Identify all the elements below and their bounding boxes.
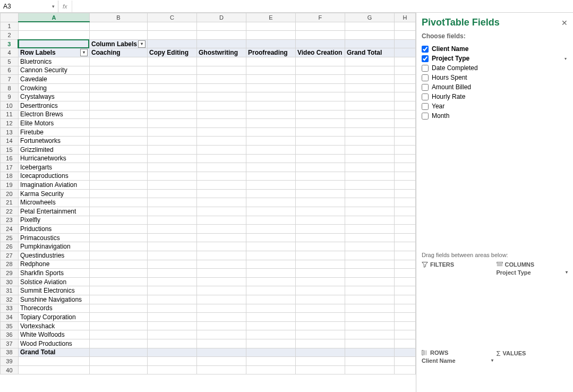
cell[interactable] (295, 295, 345, 304)
column-header-B[interactable]: B (89, 13, 147, 22)
cell[interactable] (147, 269, 196, 278)
name-box[interactable]: A3 ▾ (0, 1, 58, 12)
cell[interactable] (246, 75, 295, 84)
cell[interactable] (246, 39, 295, 48)
cell[interactable] (295, 198, 345, 207)
cell[interactable]: Ghostwriting (196, 48, 246, 57)
cell[interactable] (147, 83, 196, 92)
cell[interactable] (345, 181, 394, 190)
cell[interactable] (345, 110, 394, 119)
cell[interactable] (345, 365, 394, 374)
row-header-26[interactable]: 26 (1, 242, 19, 251)
cell[interactable] (345, 31, 394, 40)
field-item-year[interactable]: Year (422, 101, 568, 111)
filters-area[interactable]: FILTERS (422, 261, 493, 346)
cell[interactable]: Sharkfin Sports (18, 269, 89, 278)
cell[interactable]: Wood Productions (18, 339, 89, 348)
rows-area[interactable]: ROWS Client Name ▾ (422, 350, 493, 381)
row-header-34[interactable]: 34 (1, 313, 19, 322)
cell[interactable] (18, 31, 89, 40)
cell[interactable] (147, 348, 196, 357)
field-checkbox[interactable] (422, 84, 429, 91)
cell[interactable]: Hurricanetworks (18, 154, 89, 163)
row-header-3[interactable]: 3 (1, 39, 19, 48)
cell[interactable] (89, 119, 147, 128)
cell[interactable] (394, 269, 415, 278)
field-checkbox[interactable] (422, 93, 429, 100)
cell[interactable] (147, 172, 196, 181)
row-header-36[interactable]: 36 (1, 330, 19, 339)
cell[interactable] (246, 295, 295, 304)
cell[interactable] (394, 31, 415, 40)
cell[interactable] (147, 207, 196, 216)
cell[interactable] (196, 92, 246, 101)
cell[interactable] (147, 154, 196, 163)
cell[interactable]: Grand Total (345, 48, 394, 57)
cell[interactable] (246, 260, 295, 269)
cell[interactable] (18, 365, 89, 374)
cell[interactable] (345, 137, 394, 146)
cell[interactable] (345, 101, 394, 110)
cell[interactable]: Coaching (89, 48, 147, 57)
formula-input[interactable] (72, 1, 573, 12)
cell[interactable] (295, 304, 345, 313)
cell[interactable] (147, 57, 196, 66)
cell[interactable] (246, 216, 295, 225)
cell[interactable] (196, 127, 246, 137)
cell[interactable]: Firetube (18, 127, 89, 137)
cell[interactable] (295, 277, 345, 286)
cell[interactable] (147, 225, 196, 234)
cell[interactable] (394, 304, 415, 313)
cell[interactable] (89, 365, 147, 374)
cell[interactable] (394, 260, 415, 269)
cell[interactable] (89, 110, 147, 119)
cell[interactable] (345, 92, 394, 101)
cell[interactable]: Column Labels▾ (89, 39, 147, 48)
cell[interactable]: Crowking (18, 83, 89, 92)
cell[interactable] (246, 163, 295, 172)
cell[interactable] (147, 101, 196, 110)
row-header-33[interactable]: 33 (1, 304, 19, 313)
cell[interactable]: Fortunetworks (18, 137, 89, 146)
row-header-25[interactable]: 25 (1, 233, 19, 242)
cell[interactable] (89, 31, 147, 40)
cell[interactable] (394, 39, 415, 48)
cell[interactable] (394, 163, 415, 172)
cell[interactable] (246, 277, 295, 286)
cell[interactable] (246, 127, 295, 137)
row-header-37[interactable]: 37 (1, 339, 19, 348)
row-header-7[interactable]: 7 (1, 75, 19, 84)
chevron-down-icon[interactable]: ▾ (491, 358, 493, 363)
cell[interactable]: Microwheels (18, 198, 89, 207)
cell[interactable] (394, 198, 415, 207)
row-header-2[interactable]: 2 (1, 31, 19, 40)
cell[interactable]: Primacoustics (18, 233, 89, 242)
row-header-13[interactable]: 13 (1, 127, 19, 137)
cell[interactable] (246, 251, 295, 260)
row-header-5[interactable]: 5 (1, 57, 19, 66)
cell[interactable] (345, 154, 394, 163)
cell[interactable]: Cavedale (18, 75, 89, 84)
cell[interactable] (295, 22, 345, 31)
cell[interactable] (196, 260, 246, 269)
close-icon[interactable]: ✕ (561, 19, 568, 27)
cell[interactable] (394, 321, 415, 330)
cell[interactable] (295, 348, 345, 357)
cell[interactable] (295, 225, 345, 234)
cell[interactable] (295, 66, 345, 75)
cell[interactable] (89, 57, 147, 66)
cell[interactable] (345, 269, 394, 278)
cell[interactable] (89, 75, 147, 84)
column-header-C[interactable]: C (147, 13, 196, 22)
cell[interactable] (196, 172, 246, 181)
cell[interactable] (147, 286, 196, 295)
cell[interactable] (246, 304, 295, 313)
area-field-project type[interactable]: Project Type ▾ (497, 269, 568, 276)
cell[interactable] (147, 313, 196, 322)
cell[interactable] (394, 66, 415, 75)
cell[interactable] (394, 277, 415, 286)
column-labels-dropdown[interactable]: ▾ (138, 40, 146, 48)
cell[interactable]: Elite Motors (18, 119, 89, 128)
column-header-H[interactable]: H (394, 13, 415, 22)
row-header-39[interactable]: 39 (1, 357, 19, 366)
